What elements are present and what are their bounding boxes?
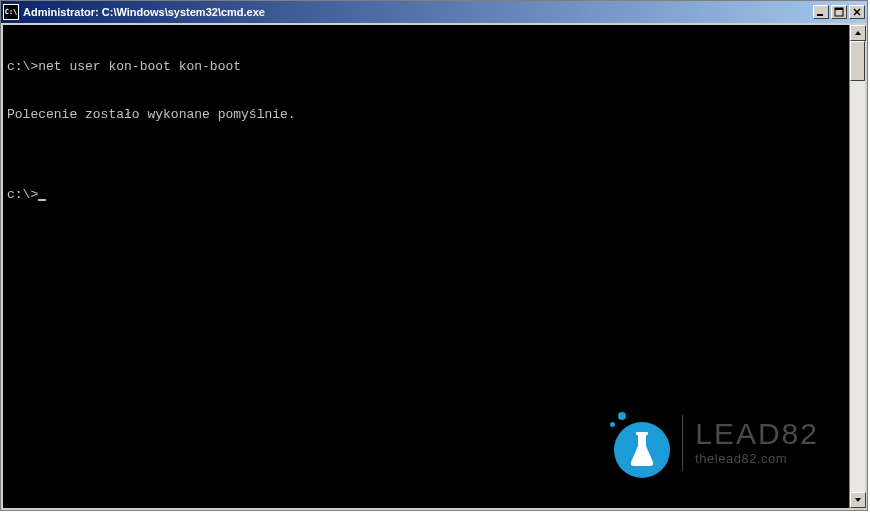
- scroll-track[interactable]: [850, 41, 865, 492]
- maximize-button[interactable]: [831, 5, 847, 19]
- cursor: [38, 199, 46, 201]
- watermark-divider: [682, 415, 683, 471]
- watermark-icon: [600, 408, 670, 478]
- vertical-scrollbar[interactable]: [849, 25, 865, 508]
- window-controls: [813, 5, 865, 19]
- flask-icon: [627, 432, 657, 468]
- console-line: c:\>net user kon-boot kon-boot: [7, 59, 845, 75]
- watermark-url: thelead82.com: [695, 451, 819, 467]
- watermark: LEAD82 thelead82.com: [600, 408, 819, 478]
- window-title: Administrator: C:\Windows\system32\cmd.e…: [23, 6, 813, 18]
- close-button[interactable]: [849, 5, 865, 19]
- cmd-icon: C:\: [3, 4, 19, 20]
- console-line: c:\>: [7, 187, 845, 203]
- console-line: Polecenie zostało wykonane pomyślnie.: [7, 107, 845, 123]
- svg-rect-2: [835, 8, 843, 10]
- minimize-button[interactable]: [813, 5, 829, 19]
- scroll-up-button[interactable]: [850, 25, 866, 41]
- client-area: c:\>net user kon-boot kon-boot Polecenie…: [3, 25, 865, 508]
- cmd-window: C:\ Administrator: C:\Windows\system32\c…: [0, 0, 868, 511]
- watermark-brand: LEAD82: [695, 419, 819, 449]
- svg-rect-3: [636, 432, 648, 435]
- scroll-down-button[interactable]: [850, 492, 866, 508]
- svg-rect-0: [817, 14, 823, 16]
- titlebar[interactable]: C:\ Administrator: C:\Windows\system32\c…: [1, 1, 867, 23]
- console-output[interactable]: c:\>net user kon-boot kon-boot Polecenie…: [3, 25, 849, 508]
- scroll-thumb[interactable]: [850, 41, 865, 81]
